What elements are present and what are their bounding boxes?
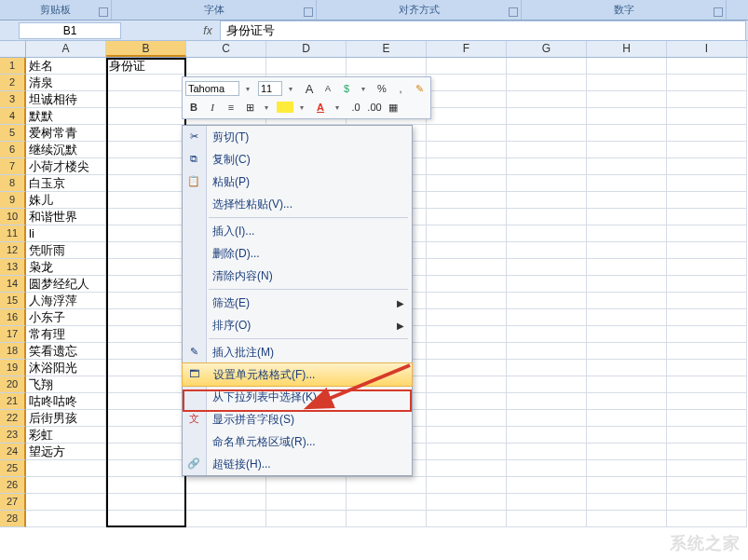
decrease-decimal-icon[interactable]: .0 [347, 99, 364, 116]
cell[interactable] [26, 460, 106, 477]
cell[interactable] [667, 427, 747, 444]
row-header[interactable]: 2 [0, 75, 26, 91]
row-header[interactable]: 16 [0, 309, 26, 326]
cell[interactable] [507, 158, 587, 175]
cell[interactable] [587, 460, 667, 477]
menu-pick-from-list[interactable]: 从下拉列表中选择(K)... [183, 386, 412, 408]
row-header[interactable]: 17 [0, 326, 26, 343]
menu-insert[interactable]: 插入(I)... [183, 220, 412, 242]
cell[interactable] [106, 108, 186, 125]
cell[interactable] [587, 444, 667, 460]
cell[interactable] [507, 427, 587, 444]
menu-sort[interactable]: 排序(O)▶ [183, 314, 412, 336]
cell[interactable]: 笑看遗忘 [26, 343, 106, 360]
cell[interactable] [106, 175, 186, 192]
menu-show-phonetic[interactable]: 文显示拼音字段(S) [183, 408, 412, 430]
col-header[interactable]: H [587, 41, 667, 57]
menu-format-cells[interactable]: 🗔设置单元格格式(F)... [182, 362, 413, 387]
row-header[interactable]: 5 [0, 125, 26, 142]
menu-copy[interactable]: ⧉复制(C) [183, 148, 412, 171]
cell[interactable] [587, 58, 667, 75]
cell[interactable] [507, 511, 587, 527]
cell[interactable] [427, 192, 507, 209]
cell[interactable] [507, 108, 587, 125]
cell[interactable] [667, 410, 747, 427]
row-header[interactable]: 26 [0, 477, 26, 494]
chevron-down-icon[interactable]: ▾ [282, 80, 299, 97]
cell[interactable] [507, 410, 587, 427]
chevron-down-icon[interactable]: ▾ [355, 80, 372, 97]
cell[interactable] [667, 326, 747, 343]
cell[interactable] [587, 376, 667, 393]
cell[interactable] [427, 242, 507, 259]
menu-delete[interactable]: 删除(D)... [183, 242, 412, 265]
chevron-down-icon[interactable]: ▾ [258, 99, 275, 116]
col-header[interactable]: G [507, 41, 587, 57]
cell[interactable] [507, 75, 587, 91]
cell[interactable] [507, 192, 587, 209]
menu-name-range[interactable]: 命名单元格区域(R)... [183, 430, 412, 453]
cell[interactable] [507, 242, 587, 259]
row-header[interactable]: 20 [0, 376, 26, 393]
cell[interactable]: 凭听雨 [26, 242, 106, 259]
cell[interactable] [427, 209, 507, 225]
cell[interactable] [507, 142, 587, 158]
bold-button[interactable]: B [185, 99, 202, 116]
cell[interactable] [667, 309, 747, 326]
cell[interactable]: 沐浴阳光 [26, 360, 106, 376]
cell[interactable] [427, 225, 507, 242]
cell[interactable]: 望远方 [26, 444, 106, 460]
cell[interactable] [427, 309, 507, 326]
row-header[interactable]: 13 [0, 259, 26, 276]
cell[interactable] [587, 276, 667, 293]
cell[interactable] [667, 477, 747, 494]
font-family-input[interactable] [185, 81, 239, 96]
cell[interactable] [26, 494, 106, 511]
cell[interactable] [347, 58, 427, 75]
cell[interactable]: 默默 [26, 108, 106, 125]
cell[interactable] [106, 360, 186, 376]
cell[interactable] [106, 343, 186, 360]
cell[interactable] [106, 91, 186, 108]
cell[interactable] [106, 309, 186, 326]
ribbon-group-font[interactable]: 字体 [112, 0, 317, 20]
cell[interactable] [667, 125, 747, 142]
cell[interactable] [587, 91, 667, 108]
cell[interactable] [587, 494, 667, 511]
cell[interactable] [427, 494, 507, 511]
cell[interactable] [507, 209, 587, 225]
cell[interactable] [106, 393, 186, 410]
grow-font-icon[interactable]: A [301, 80, 318, 97]
cell[interactable] [667, 58, 747, 75]
cell[interactable] [507, 175, 587, 192]
cell[interactable] [186, 511, 266, 527]
cell[interactable] [106, 259, 186, 276]
ribbon-group-number[interactable]: 数字 [522, 0, 727, 20]
cell[interactable] [427, 91, 507, 108]
row-header[interactable]: 18 [0, 343, 26, 360]
cell[interactable] [106, 75, 186, 91]
cell[interactable] [106, 376, 186, 393]
dialog-launcher-icon[interactable] [304, 7, 313, 17]
cell[interactable] [427, 511, 507, 527]
shrink-font-icon[interactable]: A [320, 80, 336, 97]
cell[interactable] [587, 125, 667, 142]
cell[interactable] [106, 293, 186, 309]
increase-decimal-icon[interactable]: .00 [366, 99, 383, 116]
percent-format-icon[interactable]: % [374, 80, 390, 97]
cell[interactable] [186, 477, 266, 494]
chevron-down-icon[interactable]: ▾ [329, 99, 346, 116]
accounting-format-icon[interactable]: $ [338, 80, 355, 97]
cell[interactable]: 彩虹 [26, 427, 106, 444]
menu-clear[interactable]: 清除内容(N) [183, 265, 412, 287]
cell[interactable] [667, 91, 747, 108]
cell[interactable] [266, 477, 347, 494]
cell[interactable] [427, 460, 507, 477]
cell[interactable]: 身份证 [106, 58, 186, 75]
cell[interactable] [667, 242, 747, 259]
cell[interactable] [667, 209, 747, 225]
cell[interactable] [507, 225, 587, 242]
row-header[interactable]: 4 [0, 108, 26, 125]
cell[interactable]: 清泉 [26, 75, 106, 91]
row-header[interactable]: 10 [0, 209, 26, 225]
